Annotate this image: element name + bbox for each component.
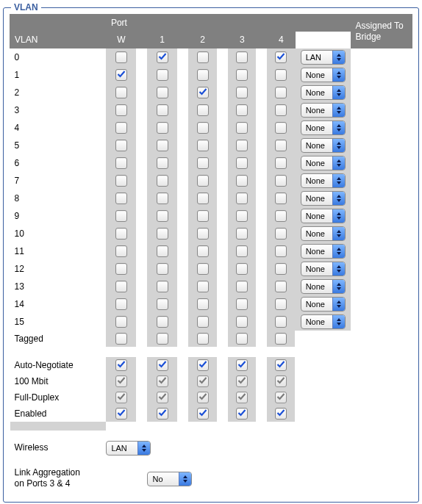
- vlan-13-port-W-checkbox[interactable]: [115, 281, 127, 292]
- vlan-0-port-4-checkbox[interactable]: [275, 51, 287, 63]
- auto-negotiate-port-4-checkbox[interactable]: [275, 359, 287, 371]
- vlan-5-port-4-checkbox[interactable]: [275, 140, 287, 151]
- vlan-14-port-4-checkbox[interactable]: [275, 298, 287, 310]
- wireless-select[interactable]: LAN: [106, 441, 151, 456]
- vlan-15-port-1-checkbox[interactable]: [157, 316, 168, 328]
- vlan-4-port-W-checkbox[interactable]: [115, 122, 127, 134]
- vlan-9-port-1-checkbox[interactable]: [157, 210, 168, 222]
- vlan-9-port-3-checkbox[interactable]: [236, 210, 248, 222]
- vlan-Tagged-port-4-checkbox[interactable]: [275, 333, 287, 345]
- vlan-8-port-3-checkbox[interactable]: [236, 192, 248, 204]
- vlan-3-port-3-checkbox[interactable]: [236, 104, 248, 116]
- vlan-2-port-1-checkbox[interactable]: [157, 87, 168, 98]
- bridge-select-5[interactable]: None: [301, 138, 346, 153]
- vlan-Tagged-port-W-checkbox[interactable]: [115, 333, 127, 345]
- link-aggregation-select[interactable]: No: [147, 472, 192, 486]
- vlan-4-port-1-checkbox[interactable]: [157, 122, 168, 134]
- bridge-select-0[interactable]: LAN: [301, 50, 346, 65]
- vlan-13-port-3-checkbox[interactable]: [236, 281, 248, 292]
- vlan-10-port-W-checkbox[interactable]: [115, 228, 127, 240]
- vlan-7-port-W-checkbox[interactable]: [115, 175, 127, 187]
- vlan-0-port-W-checkbox[interactable]: [115, 51, 127, 63]
- vlan-15-port-3-checkbox[interactable]: [236, 316, 248, 328]
- vlan-7-port-2-checkbox[interactable]: [197, 175, 209, 187]
- vlan-6-port-W-checkbox[interactable]: [115, 157, 127, 169]
- vlan-6-port-1-checkbox[interactable]: [157, 157, 168, 169]
- vlan-1-port-2-checkbox[interactable]: [197, 69, 209, 81]
- vlan-11-port-W-checkbox[interactable]: [115, 245, 127, 257]
- vlan-14-port-W-checkbox[interactable]: [115, 298, 127, 310]
- bridge-select-3[interactable]: None: [301, 103, 346, 118]
- enabled-port-1-checkbox[interactable]: [157, 408, 168, 420]
- bridge-select-12[interactable]: None: [301, 262, 346, 276]
- vlan-13-port-1-checkbox[interactable]: [157, 281, 168, 292]
- enabled-port-3-checkbox[interactable]: [236, 408, 248, 420]
- vlan-Tagged-port-1-checkbox[interactable]: [157, 333, 168, 345]
- vlan-9-port-2-checkbox[interactable]: [197, 210, 209, 222]
- vlan-Tagged-port-3-checkbox[interactable]: [236, 333, 248, 345]
- vlan-6-port-2-checkbox[interactable]: [197, 157, 209, 169]
- vlan-12-port-W-checkbox[interactable]: [115, 263, 127, 275]
- vlan-5-port-2-checkbox[interactable]: [197, 140, 209, 151]
- vlan-12-port-2-checkbox[interactable]: [197, 263, 209, 275]
- vlan-14-port-2-checkbox[interactable]: [197, 298, 209, 310]
- vlan-1-port-1-checkbox[interactable]: [157, 69, 168, 81]
- vlan-10-port-2-checkbox[interactable]: [197, 228, 209, 240]
- vlan-11-port-4-checkbox[interactable]: [275, 245, 287, 257]
- vlan-3-port-W-checkbox[interactable]: [115, 104, 127, 116]
- vlan-5-port-1-checkbox[interactable]: [157, 140, 168, 151]
- vlan-1-port-4-checkbox[interactable]: [275, 69, 287, 81]
- enabled-port-2-checkbox[interactable]: [197, 408, 209, 420]
- vlan-11-port-3-checkbox[interactable]: [236, 245, 248, 257]
- vlan-3-port-2-checkbox[interactable]: [197, 104, 209, 116]
- enabled-port-W-checkbox[interactable]: [115, 408, 127, 420]
- vlan-15-port-W-checkbox[interactable]: [115, 316, 127, 328]
- vlan-15-port-4-checkbox[interactable]: [275, 316, 287, 328]
- vlan-4-port-2-checkbox[interactable]: [197, 122, 209, 134]
- vlan-0-port-1-checkbox[interactable]: [157, 51, 168, 63]
- bridge-select-7[interactable]: None: [301, 173, 346, 188]
- vlan-0-port-2-checkbox[interactable]: [197, 51, 209, 63]
- vlan-2-port-3-checkbox[interactable]: [236, 87, 248, 98]
- vlan-12-port-4-checkbox[interactable]: [275, 263, 287, 275]
- vlan-2-port-W-checkbox[interactable]: [115, 87, 127, 98]
- vlan-10-port-4-checkbox[interactable]: [275, 228, 287, 240]
- vlan-14-port-1-checkbox[interactable]: [157, 298, 168, 310]
- auto-negotiate-port-3-checkbox[interactable]: [236, 359, 248, 371]
- bridge-select-9[interactable]: None: [301, 209, 346, 223]
- vlan-8-port-1-checkbox[interactable]: [157, 192, 168, 204]
- vlan-10-port-3-checkbox[interactable]: [236, 228, 248, 240]
- bridge-select-10[interactable]: None: [301, 226, 346, 241]
- vlan-1-port-W-checkbox[interactable]: [115, 69, 127, 81]
- vlan-11-port-2-checkbox[interactable]: [197, 245, 209, 257]
- vlan-6-port-4-checkbox[interactable]: [275, 157, 287, 169]
- vlan-8-port-2-checkbox[interactable]: [197, 192, 209, 204]
- vlan-13-port-2-checkbox[interactable]: [197, 281, 209, 292]
- vlan-4-port-4-checkbox[interactable]: [275, 122, 287, 134]
- vlan-8-port-4-checkbox[interactable]: [275, 192, 287, 204]
- bridge-select-15[interactable]: None: [301, 314, 346, 329]
- vlan-4-port-3-checkbox[interactable]: [236, 122, 248, 134]
- vlan-2-port-2-checkbox[interactable]: [197, 87, 209, 98]
- vlan-7-port-3-checkbox[interactable]: [236, 175, 248, 187]
- vlan-11-port-1-checkbox[interactable]: [157, 245, 168, 257]
- vlan-3-port-1-checkbox[interactable]: [157, 104, 168, 116]
- vlan-13-port-4-checkbox[interactable]: [275, 281, 287, 292]
- vlan-5-port-W-checkbox[interactable]: [115, 140, 127, 151]
- vlan-7-port-4-checkbox[interactable]: [275, 175, 287, 187]
- bridge-select-1[interactable]: None: [301, 68, 346, 82]
- vlan-8-port-W-checkbox[interactable]: [115, 192, 127, 204]
- auto-negotiate-port-W-checkbox[interactable]: [115, 359, 127, 371]
- vlan-10-port-1-checkbox[interactable]: [157, 228, 168, 240]
- bridge-select-4[interactable]: None: [301, 120, 346, 135]
- vlan-5-port-3-checkbox[interactable]: [236, 140, 248, 151]
- vlan-6-port-3-checkbox[interactable]: [236, 157, 248, 169]
- vlan-1-port-3-checkbox[interactable]: [236, 69, 248, 81]
- bridge-select-14[interactable]: None: [301, 297, 346, 312]
- vlan-7-port-1-checkbox[interactable]: [157, 175, 168, 187]
- bridge-select-6[interactable]: None: [301, 156, 346, 170]
- auto-negotiate-port-2-checkbox[interactable]: [197, 359, 209, 371]
- enabled-port-4-checkbox[interactable]: [275, 408, 287, 420]
- auto-negotiate-port-1-checkbox[interactable]: [157, 359, 168, 371]
- vlan-0-port-3-checkbox[interactable]: [236, 51, 248, 63]
